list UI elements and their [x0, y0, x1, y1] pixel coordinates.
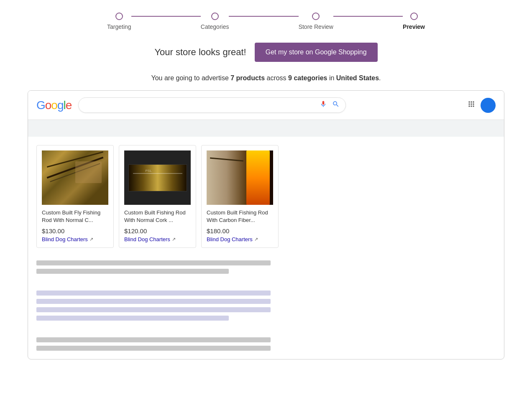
advertise-categories: 9 categories [288, 74, 327, 82]
step-circle-preview [410, 13, 418, 20]
shopping-results: Custom Built Fly Fishing Rod With Normal… [28, 137, 504, 256]
product-price-2: $120.00 [124, 227, 191, 234]
google-logo-g: G [36, 99, 45, 112]
step-label-targeting: Targeting [107, 23, 131, 30]
product-seller-1[interactable]: Blind Dog Charters [42, 236, 88, 242]
content-placeholder-2 [28, 291, 504, 337]
get-store-google-shopping-button[interactable]: Get my store on Google Shopping [255, 43, 378, 62]
user-avatar[interactable] [481, 98, 496, 113]
search-icons-group [320, 100, 340, 110]
placeholder-line-3 [36, 291, 271, 296]
placeholder-line-8 [36, 346, 271, 351]
google-preview-frame: Google [28, 90, 504, 359]
step-label-store-review: Store Review [299, 23, 333, 30]
google-search-input[interactable] [84, 102, 320, 109]
google-logo-o2: o [51, 99, 57, 112]
step-preview: Preview [403, 13, 425, 30]
advertise-info: You are going to advertise 7 products ac… [0, 70, 532, 90]
search-magnifier-icon[interactable] [332, 100, 340, 110]
product-title-1: Custom Built Fly Fishing Rod With Normal… [42, 209, 108, 224]
placeholder-line-2 [36, 269, 229, 274]
product-seller-row-2: Blind Dog Charters ↗ [124, 236, 191, 242]
step-targeting: Targeting [107, 13, 131, 30]
content-placeholder-1 [28, 256, 504, 291]
external-link-icon-1: ↗ [90, 237, 93, 242]
product-seller-row-1: Blind Dog Charters ↗ [42, 236, 108, 242]
advertise-text-mid: across [265, 74, 288, 82]
advertise-text-end: . [379, 74, 381, 82]
grid-apps-icon[interactable] [467, 100, 476, 110]
placeholder-line-5 [36, 307, 271, 312]
google-logo-o1: o [45, 99, 51, 112]
placeholder-line-7 [36, 337, 271, 342]
step-line-1 [131, 16, 201, 17]
product-title-3: Custom Built Fishing Rod With Carbon Fib… [207, 209, 273, 224]
product-image-3 [207, 150, 273, 205]
placeholder-line-6 [36, 316, 229, 321]
store-looks-great-text: Your store looks great! [154, 47, 246, 58]
step-categories: Categories [201, 13, 229, 30]
step-store-review: Store Review [299, 13, 333, 30]
gray-nav-bar [28, 120, 504, 137]
product-card-2: PSL Custom Built Fishing Rod With Normal… [119, 145, 196, 248]
product-image-1-container [42, 150, 108, 205]
advertise-text-mid2: in [327, 74, 336, 82]
header-section: Your store looks great! Get my store on … [0, 38, 532, 70]
external-link-icon-2: ↗ [172, 237, 176, 242]
step-circle-store-review [312, 13, 320, 20]
product-card-1: Custom Built Fly Fishing Rod With Normal… [36, 145, 114, 248]
product-title-2: Custom Built Fishing Rod With Normal Cor… [124, 209, 191, 224]
stepper: Targeting Categories Store Review Previe… [0, 0, 532, 38]
google-search-box[interactable] [78, 97, 346, 113]
content-placeholder-3 [28, 337, 504, 351]
product-seller-3[interactable]: Blind Dog Charters [207, 236, 253, 242]
product-image-3-container [207, 150, 273, 205]
advertise-country: United States [336, 74, 379, 82]
placeholder-lines-group-1 [36, 260, 496, 274]
external-link-icon-3: ↗ [254, 237, 258, 242]
google-logo-g2: g [57, 99, 64, 112]
placeholder-lines-group-3 [36, 337, 496, 351]
step-line-3 [333, 16, 403, 17]
product-price-1: $130.00 [42, 227, 108, 234]
product-image-2-container: PSL [124, 150, 191, 205]
product-image-1 [42, 150, 108, 205]
product-cards-row: Custom Built Fly Fishing Rod With Normal… [36, 145, 496, 256]
product-card-3: Custom Built Fishing Rod With Carbon Fib… [201, 145, 279, 248]
google-logo: Google [36, 99, 72, 112]
advertise-text-pre: You are going to advertise [151, 74, 230, 82]
placeholder-line-4 [36, 299, 271, 304]
google-logo-e: e [66, 99, 72, 112]
product-price-3: $180.00 [207, 227, 273, 234]
step-circle-targeting [115, 13, 123, 20]
advertise-products: 7 products [230, 74, 265, 82]
google-search-area: Google [28, 91, 504, 120]
step-circle-categories [211, 13, 219, 20]
step-label-preview: Preview [403, 23, 425, 30]
mic-icon[interactable] [320, 100, 327, 110]
step-label-categories: Categories [201, 23, 229, 30]
product-seller-2[interactable]: Blind Dog Charters [124, 236, 170, 242]
google-right-icons [467, 98, 496, 113]
placeholder-line-1 [36, 260, 271, 265]
step-line-2 [229, 16, 298, 17]
product-image-2: PSL [128, 164, 187, 191]
placeholder-lines-group-2 [36, 291, 496, 321]
product-seller-row-3: Blind Dog Charters ↗ [207, 236, 273, 242]
